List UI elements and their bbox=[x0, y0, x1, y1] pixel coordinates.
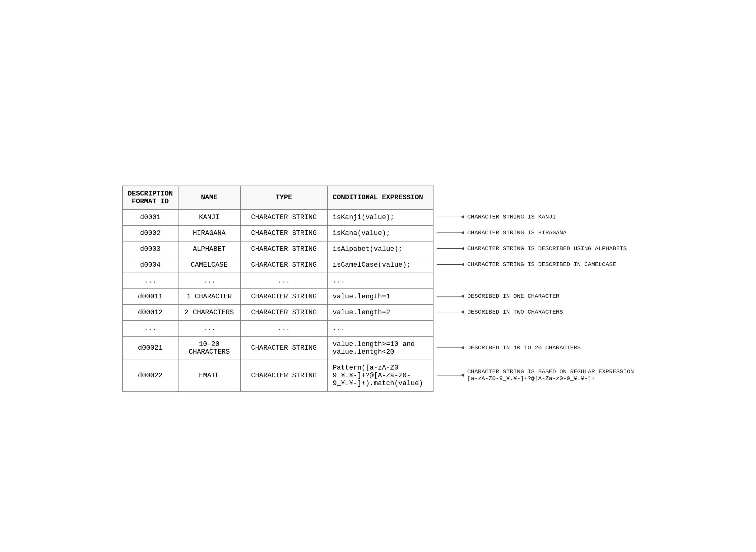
annotation-text: CHARACTER STRING IS DESCRIBED USING ALPH… bbox=[467, 245, 627, 252]
arrow-pointer: ◄ bbox=[461, 246, 464, 252]
header-type: TYPE bbox=[240, 186, 327, 210]
cell-id: d0004 bbox=[122, 257, 178, 273]
cell-type: CHARACTER STRING bbox=[240, 225, 327, 241]
cell-id: d00011 bbox=[122, 289, 178, 305]
table-section: DESCRIPTIONFORMAT ID NAME TYPE CONDITION… bbox=[122, 185, 434, 392]
arrow-shaft bbox=[437, 348, 461, 348]
cell-id: d00012 bbox=[122, 305, 178, 320]
cell-id: d0002 bbox=[122, 225, 178, 241]
annotation-row bbox=[434, 273, 634, 288]
cell-id: d0003 bbox=[122, 241, 178, 257]
cell-id: d0001 bbox=[122, 210, 178, 225]
table-row: d0002HIRAGANACHARACTER STRINGisKana(valu… bbox=[122, 225, 433, 241]
annotation-text: CHARACTER STRING IS BASED ON REGULAR EXP… bbox=[467, 368, 634, 382]
cell-condition: isKana(value); bbox=[327, 225, 433, 241]
annotation-text: CHARACTER STRING IS DESCRIBED IN CAMELCA… bbox=[467, 261, 616, 268]
cell-type: CHARACTER STRING bbox=[240, 336, 327, 360]
annotation-row: ◄CHARACTER STRING IS DESCRIBED IN CAMELC… bbox=[434, 257, 634, 273]
cell-condition: ... bbox=[327, 273, 433, 289]
table-row: ............ bbox=[122, 273, 433, 289]
cell-name: CAMELCASE bbox=[178, 257, 240, 273]
annotation-text: DESCRIBED IN TWO CHARACTERS bbox=[467, 309, 563, 315]
cell-type: CHARACTER STRING bbox=[240, 305, 327, 320]
cell-name: 2 CHARACTERS bbox=[178, 305, 240, 320]
arrow-pointer: ◄ bbox=[461, 214, 464, 220]
arrow-pointer: ◄ bbox=[461, 345, 464, 351]
arrow-indicator: ◄ bbox=[437, 246, 464, 252]
annotation-row: ◄CHARACTER STRING IS BASED ON REGULAR EX… bbox=[434, 360, 634, 391]
table-row: d00022EMAILCHARACTER STRINGPattern([a-zA… bbox=[122, 360, 433, 391]
cell-type: CHARACTER STRING bbox=[240, 257, 327, 273]
arrow-shaft bbox=[437, 296, 461, 296]
header-spacer bbox=[434, 185, 634, 209]
cell-condition: value.length=1 bbox=[327, 289, 433, 305]
cell-type: ... bbox=[240, 320, 327, 336]
annotation-text: CHARACTER STRING IS HIRAGANA bbox=[467, 229, 567, 236]
cell-id: d00022 bbox=[122, 360, 178, 391]
cell-condition: isCamelCase(value); bbox=[327, 257, 433, 273]
annotation-row: ◄DESCRIBED IN TWO CHARACTERS bbox=[434, 304, 634, 320]
cell-type: ... bbox=[240, 273, 327, 289]
cell-id: ... bbox=[122, 320, 178, 336]
arrow-shaft bbox=[437, 312, 461, 312]
annotation-text: CHARACTER STRING IS KANJI bbox=[467, 214, 556, 220]
cell-condition: Pattern([a-zA-Z09_¥.¥-]+?@[A-Za-z0-9_¥.¥… bbox=[327, 360, 433, 391]
arrow-indicator: ◄ bbox=[437, 230, 464, 236]
cell-type: CHARACTER STRING bbox=[240, 360, 327, 391]
annotation-row: ◄CHARACTER STRING IS KANJI bbox=[434, 209, 634, 225]
cell-type: CHARACTER STRING bbox=[240, 210, 327, 225]
annotation-text: DESCRIBED IN 10 TO 20 CHARACTERS bbox=[467, 344, 581, 351]
arrow-indicator: ◄ bbox=[437, 214, 464, 220]
cell-name: ... bbox=[178, 273, 240, 289]
table-row: d000111 CHARACTERCHARACTER STRINGvalue.l… bbox=[122, 289, 433, 305]
cell-condition: isKanji(value); bbox=[327, 210, 433, 225]
arrow-shaft bbox=[437, 233, 461, 233]
annotation-row: ◄DESCRIBED IN 10 TO 20 CHARACTERS bbox=[434, 336, 634, 360]
table-row: d0003ALPHABETCHARACTER STRINGisAlpabet(v… bbox=[122, 241, 433, 257]
cell-name: 10-20CHARACTERS bbox=[178, 336, 240, 360]
annotation-row: ◄CHARACTER STRING IS HIRAGANA bbox=[434, 225, 634, 241]
data-table: DESCRIPTIONFORMAT ID NAME TYPE CONDITION… bbox=[122, 185, 434, 392]
arrow-indicator: ◄ bbox=[437, 261, 464, 268]
header-desc-id: DESCRIPTIONFORMAT ID bbox=[122, 186, 178, 210]
cell-name: KANJI bbox=[178, 210, 240, 225]
arrow-shaft bbox=[437, 248, 461, 249]
page-container: DESCRIPTIONFORMAT ID NAME TYPE CONDITION… bbox=[12, 12, 744, 552]
arrow-shaft bbox=[437, 375, 461, 376]
table-row: d0004CAMELCASECHARACTER STRINGisCamelCas… bbox=[122, 257, 433, 273]
arrow-indicator: ◄ bbox=[437, 372, 464, 378]
arrow-pointer: ◄ bbox=[461, 309, 464, 315]
content-wrapper: DESCRIPTIONFORMAT ID NAME TYPE CONDITION… bbox=[104, 167, 653, 410]
cell-condition: value.length=2 bbox=[327, 305, 433, 320]
arrow-shaft bbox=[437, 264, 461, 265]
cell-condition: value.length>=10 andvalue.lentgh<20 bbox=[327, 336, 433, 360]
arrow-indicator: ◄ bbox=[437, 345, 464, 351]
cell-condition: ... bbox=[327, 320, 433, 336]
cell-id: ... bbox=[122, 273, 178, 289]
arrow-shaft bbox=[437, 217, 461, 217]
arrow-pointer: ◄ bbox=[461, 261, 464, 268]
cell-name: EMAIL bbox=[178, 360, 240, 391]
cell-type: CHARACTER STRING bbox=[240, 241, 327, 257]
annotation-row: ◄CHARACTER STRING IS DESCRIBED USING ALP… bbox=[434, 241, 634, 257]
arrow-indicator: ◄ bbox=[437, 293, 464, 299]
table-row: ............ bbox=[122, 320, 433, 336]
table-row: d0002110-20CHARACTERSCHARACTER STRINGval… bbox=[122, 336, 433, 360]
cell-condition: isAlpabet(value); bbox=[327, 241, 433, 257]
header-name: NAME bbox=[178, 186, 240, 210]
annotation-row: ◄DESCRIBED IN ONE CHARACTER bbox=[434, 288, 634, 304]
arrow-pointer: ◄ bbox=[461, 293, 464, 299]
table-row: d000122 CHARACTERSCHARACTER STRINGvalue.… bbox=[122, 305, 433, 320]
annotations-section: ◄CHARACTER STRING IS KANJI◄CHARACTER STR… bbox=[434, 185, 634, 391]
cell-type: CHARACTER STRING bbox=[240, 289, 327, 305]
cell-name: HIRAGANA bbox=[178, 225, 240, 241]
table-row: d0001KANJICHARACTER STRINGisKanji(value)… bbox=[122, 210, 433, 225]
arrow-pointer: ◄ bbox=[461, 230, 464, 236]
header-condition: CONDITIONAL EXPRESSION bbox=[327, 186, 433, 210]
arrow-indicator: ◄ bbox=[437, 309, 464, 315]
cell-name: ... bbox=[178, 320, 240, 336]
cell-name: ALPHABET bbox=[178, 241, 240, 257]
cell-id: d00021 bbox=[122, 336, 178, 360]
annotation-text: DESCRIBED IN ONE CHARACTER bbox=[467, 293, 559, 300]
arrow-pointer: ◄ bbox=[461, 372, 464, 378]
